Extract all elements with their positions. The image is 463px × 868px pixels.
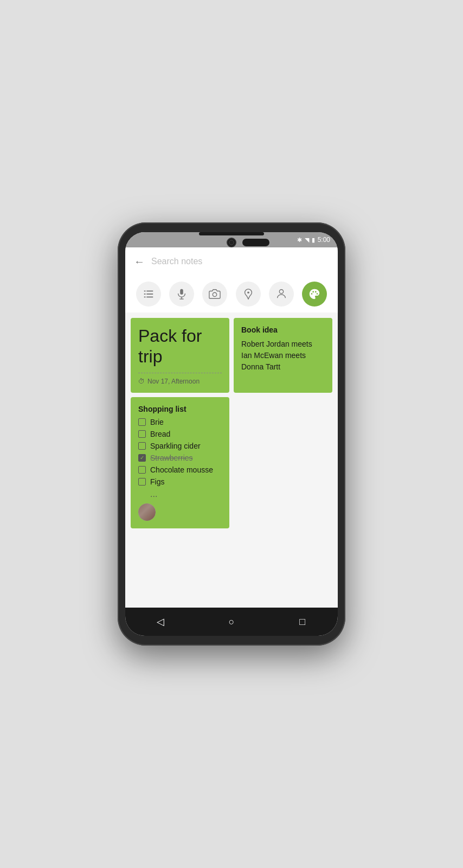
signal-icon: ◥ bbox=[305, 237, 309, 244]
home-nav-button[interactable]: ○ bbox=[221, 611, 242, 633]
svg-rect-1 bbox=[146, 291, 153, 292]
mic-button[interactable] bbox=[169, 282, 194, 307]
phone-screen: ✱ ◥ ▮ 5:00 ← Search notes bbox=[125, 232, 338, 636]
avatar-image bbox=[138, 503, 156, 521]
item-label: Chocolate mousse bbox=[150, 465, 213, 474]
status-time: 5:00 bbox=[318, 236, 330, 244]
palette-button[interactable] bbox=[302, 282, 327, 307]
camera-button[interactable] bbox=[202, 282, 227, 307]
list-item: Chocolate mousse bbox=[138, 465, 222, 474]
draw-icon bbox=[242, 288, 254, 300]
reminder-text: Nov 17, Afternoon bbox=[147, 378, 200, 385]
person-icon bbox=[275, 288, 287, 300]
back-nav-icon: ◁ bbox=[157, 616, 164, 628]
home-nav-icon: ○ bbox=[229, 616, 235, 628]
note-reminder: ⏱ Nov 17, Afternoon bbox=[138, 373, 222, 385]
item-label: Sparkling cider bbox=[150, 442, 201, 450]
svg-rect-2 bbox=[144, 293, 145, 295]
mic-icon bbox=[176, 288, 188, 300]
bluetooth-icon: ✱ bbox=[297, 237, 302, 244]
svg-rect-3 bbox=[146, 293, 153, 295]
svg-point-9 bbox=[213, 292, 217, 296]
reminder-icon: ⏱ bbox=[138, 378, 145, 385]
camera-hardware bbox=[227, 238, 236, 247]
speaker-hardware bbox=[242, 239, 269, 246]
draw-button[interactable] bbox=[236, 282, 261, 307]
notes-area: Pack for trip ⏱ Nov 17, Afternoon Book i… bbox=[125, 312, 338, 608]
recent-nav-icon: □ bbox=[299, 616, 305, 628]
checkbox-mousse[interactable] bbox=[138, 466, 146, 474]
camera-icon bbox=[209, 288, 221, 300]
search-bar: ← Search notes bbox=[125, 247, 338, 276]
note-book-idea[interactable]: Book idea Robert Jordan meets Ian McEwan… bbox=[234, 318, 332, 393]
item-label-checked: Strawberries bbox=[150, 454, 193, 462]
item-label: Bread bbox=[150, 430, 170, 438]
notes-grid: Pack for trip ⏱ Nov 17, Afternoon Book i… bbox=[131, 318, 332, 528]
toolbar bbox=[125, 276, 338, 312]
status-icons: ✱ ◥ ▮ 5:00 bbox=[297, 236, 330, 244]
avatar bbox=[138, 503, 156, 521]
svg-rect-5 bbox=[146, 297, 153, 298]
item-label: Brie bbox=[150, 418, 164, 426]
note-title: Shopping list bbox=[138, 405, 222, 413]
note-body: Robert Jordan meets Ian McEwan meets Don… bbox=[241, 339, 325, 373]
svg-rect-6 bbox=[180, 289, 183, 295]
list-icon bbox=[143, 288, 155, 300]
checkbox-brie[interactable] bbox=[138, 418, 146, 426]
palette-icon bbox=[308, 288, 320, 300]
checkbox-bread[interactable] bbox=[138, 430, 146, 438]
svg-point-11 bbox=[279, 290, 283, 293]
recent-nav-button[interactable]: □ bbox=[292, 611, 313, 633]
search-placeholder[interactable]: Search notes bbox=[151, 257, 329, 266]
list-button[interactable] bbox=[136, 282, 161, 307]
note-title: Book idea bbox=[241, 326, 325, 334]
note-pack-for-trip[interactable]: Pack for trip ⏱ Nov 17, Afternoon bbox=[131, 318, 229, 393]
svg-rect-0 bbox=[144, 291, 145, 292]
item-label: Figs bbox=[150, 477, 164, 486]
svg-rect-4 bbox=[144, 297, 145, 298]
back-nav-button[interactable]: ◁ bbox=[150, 611, 171, 633]
note-shopping-list[interactable]: Shopping list Brie Bread Sparkling cider bbox=[131, 397, 229, 528]
note-title: Pack for trip bbox=[138, 326, 222, 367]
list-item: Strawberries bbox=[138, 454, 222, 462]
checkbox-strawberries[interactable] bbox=[138, 454, 146, 462]
checkbox-figs[interactable] bbox=[138, 478, 146, 486]
list-item: Bread bbox=[138, 430, 222, 438]
svg-point-10 bbox=[247, 291, 249, 293]
phone-frame: ✱ ◥ ▮ 5:00 ← Search notes bbox=[118, 222, 345, 646]
list-item: Brie bbox=[138, 418, 222, 426]
list-item: Figs bbox=[138, 477, 222, 486]
more-items-indicator: ... bbox=[150, 489, 222, 499]
list-item: Sparkling cider bbox=[138, 442, 222, 450]
nav-bar: ◁ ○ □ bbox=[125, 608, 338, 636]
back-arrow-icon[interactable]: ← bbox=[134, 256, 145, 268]
checkbox-cider[interactable] bbox=[138, 442, 146, 450]
person-button[interactable] bbox=[269, 282, 294, 307]
battery-icon: ▮ bbox=[312, 237, 315, 244]
